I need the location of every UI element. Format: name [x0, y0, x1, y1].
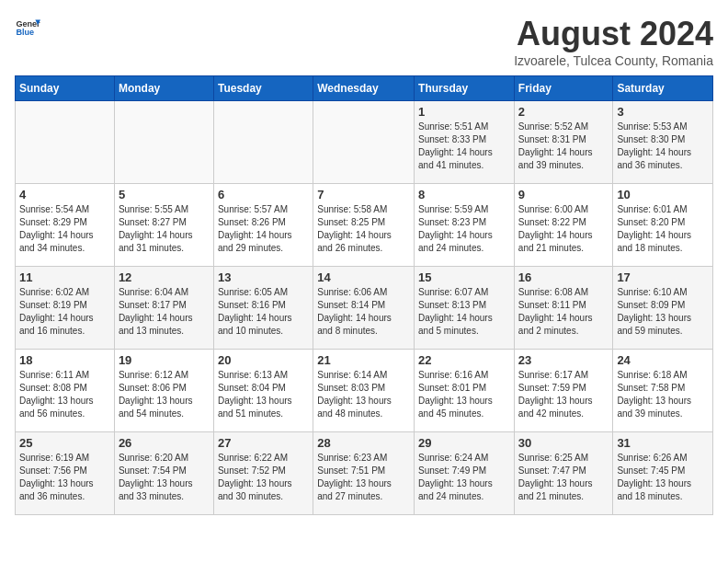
- day-number: 11: [19, 270, 110, 284]
- day-info: Sunrise: 5:57 AM Sunset: 8:26 PM Dayligh…: [218, 203, 309, 255]
- day-info: Sunrise: 5:54 AM Sunset: 8:29 PM Dayligh…: [19, 203, 110, 255]
- month-year-title: August 2024: [514, 15, 713, 53]
- day-info: Sunrise: 6:11 AM Sunset: 8:08 PM Dayligh…: [19, 369, 110, 420]
- svg-text:Blue: Blue: [16, 28, 34, 37]
- day-number: 18: [19, 353, 110, 367]
- day-header-tuesday: Tuesday: [213, 76, 313, 101]
- calendar-cell: 24Sunrise: 6:18 AM Sunset: 7:58 PM Dayli…: [613, 350, 713, 432]
- calendar-cell: 19Sunrise: 6:12 AM Sunset: 8:06 PM Dayli…: [114, 350, 213, 432]
- day-number: 25: [19, 436, 110, 450]
- calendar-cell: [313, 101, 415, 184]
- day-number: 28: [317, 436, 410, 450]
- day-number: 13: [218, 270, 309, 284]
- day-header-friday: Friday: [514, 76, 613, 101]
- day-info: Sunrise: 6:02 AM Sunset: 8:19 PM Dayligh…: [19, 286, 110, 338]
- day-header-wednesday: Wednesday: [313, 76, 415, 101]
- day-number: 24: [617, 353, 709, 367]
- day-number: 4: [19, 188, 110, 201]
- calendar-cell: 17Sunrise: 6:10 AM Sunset: 8:09 PM Dayli…: [613, 267, 713, 350]
- calendar-cell: 16Sunrise: 6:08 AM Sunset: 8:11 PM Dayli…: [514, 267, 613, 350]
- day-info: Sunrise: 6:26 AM Sunset: 7:45 PM Dayligh…: [617, 452, 709, 503]
- day-number: 29: [418, 436, 510, 450]
- day-info: Sunrise: 6:20 AM Sunset: 7:54 PM Dayligh…: [119, 452, 210, 503]
- calendar-week-5: 25Sunrise: 6:19 AM Sunset: 7:56 PM Dayli…: [16, 432, 713, 515]
- day-info: Sunrise: 5:59 AM Sunset: 8:23 PM Dayligh…: [418, 203, 510, 255]
- day-info: Sunrise: 6:13 AM Sunset: 8:04 PM Dayligh…: [218, 369, 309, 420]
- day-info: Sunrise: 5:51 AM Sunset: 8:33 PM Dayligh…: [418, 121, 510, 172]
- day-header-sunday: Sunday: [16, 76, 115, 101]
- day-info: Sunrise: 6:16 AM Sunset: 8:01 PM Dayligh…: [418, 369, 510, 420]
- day-number: 12: [119, 270, 210, 284]
- day-number: 27: [218, 436, 309, 450]
- day-number: 7: [317, 188, 410, 201]
- calendar-cell: 14Sunrise: 6:06 AM Sunset: 8:14 PM Dayli…: [313, 267, 415, 350]
- calendar-cell: 30Sunrise: 6:25 AM Sunset: 7:47 PM Dayli…: [514, 432, 613, 515]
- day-info: Sunrise: 6:07 AM Sunset: 8:13 PM Dayligh…: [418, 286, 510, 338]
- calendar-cell: 29Sunrise: 6:24 AM Sunset: 7:49 PM Dayli…: [415, 432, 515, 515]
- day-info: Sunrise: 6:24 AM Sunset: 7:49 PM Dayligh…: [418, 452, 510, 503]
- day-number: 6: [218, 188, 309, 201]
- day-number: 23: [518, 353, 609, 367]
- calendar-cell: 27Sunrise: 6:22 AM Sunset: 7:52 PM Dayli…: [213, 432, 313, 515]
- title-section: August 2024 Izvoarele, Tulcea County, Ro…: [514, 15, 713, 68]
- day-number: 8: [418, 188, 510, 201]
- day-number: 5: [119, 188, 210, 201]
- logo-icon: General Blue: [15, 15, 40, 40]
- calendar-cell: 23Sunrise: 6:17 AM Sunset: 7:59 PM Dayli…: [514, 350, 613, 432]
- day-info: Sunrise: 6:19 AM Sunset: 7:56 PM Dayligh…: [19, 452, 110, 503]
- day-number: 3: [617, 105, 709, 119]
- day-number: 31: [617, 436, 709, 450]
- day-number: 21: [317, 353, 410, 367]
- calendar-cell: 15Sunrise: 6:07 AM Sunset: 8:13 PM Dayli…: [415, 267, 515, 350]
- day-number: 20: [218, 353, 309, 367]
- day-info: Sunrise: 6:22 AM Sunset: 7:52 PM Dayligh…: [218, 452, 309, 503]
- location-subtitle: Izvoarele, Tulcea County, Romania: [514, 53, 713, 68]
- day-number: 30: [518, 436, 609, 450]
- calendar-cell: 8Sunrise: 5:59 AM Sunset: 8:23 PM Daylig…: [415, 184, 515, 267]
- logo: General Blue: [15, 15, 40, 40]
- day-info: Sunrise: 6:14 AM Sunset: 8:03 PM Dayligh…: [317, 369, 410, 420]
- calendar-cell: 2Sunrise: 5:52 AM Sunset: 8:31 PM Daylig…: [514, 101, 613, 184]
- day-info: Sunrise: 5:53 AM Sunset: 8:30 PM Dayligh…: [617, 121, 709, 172]
- calendar-cell: 4Sunrise: 5:54 AM Sunset: 8:29 PM Daylig…: [16, 184, 115, 267]
- day-number: 22: [418, 353, 510, 367]
- calendar-cell: 6Sunrise: 5:57 AM Sunset: 8:26 PM Daylig…: [213, 184, 313, 267]
- day-info: Sunrise: 6:25 AM Sunset: 7:47 PM Dayligh…: [518, 452, 609, 503]
- calendar-cell: 7Sunrise: 5:58 AM Sunset: 8:25 PM Daylig…: [313, 184, 415, 267]
- calendar-cell: 18Sunrise: 6:11 AM Sunset: 8:08 PM Dayli…: [16, 350, 115, 432]
- calendar-cell: 20Sunrise: 6:13 AM Sunset: 8:04 PM Dayli…: [213, 350, 313, 432]
- calendar-cell: 26Sunrise: 6:20 AM Sunset: 7:54 PM Dayli…: [114, 432, 213, 515]
- day-header-saturday: Saturday: [613, 76, 713, 101]
- day-info: Sunrise: 6:23 AM Sunset: 7:51 PM Dayligh…: [317, 452, 410, 503]
- calendar-cell: 3Sunrise: 5:53 AM Sunset: 8:30 PM Daylig…: [613, 101, 713, 184]
- day-info: Sunrise: 6:05 AM Sunset: 8:16 PM Dayligh…: [218, 286, 309, 338]
- header: General Blue August 2024 Izvoarele, Tulc…: [15, 15, 713, 68]
- calendar-cell: 31Sunrise: 6:26 AM Sunset: 7:45 PM Dayli…: [613, 432, 713, 515]
- calendar-cell: 25Sunrise: 6:19 AM Sunset: 7:56 PM Dayli…: [16, 432, 115, 515]
- day-info: Sunrise: 6:08 AM Sunset: 8:11 PM Dayligh…: [518, 286, 609, 338]
- day-number: 9: [518, 188, 609, 201]
- calendar-header-row: SundayMondayTuesdayWednesdayThursdayFrid…: [16, 76, 713, 101]
- day-number: 10: [617, 188, 709, 201]
- day-info: Sunrise: 5:52 AM Sunset: 8:31 PM Dayligh…: [518, 121, 609, 172]
- day-info: Sunrise: 6:10 AM Sunset: 8:09 PM Dayligh…: [617, 286, 709, 338]
- day-info: Sunrise: 6:00 AM Sunset: 8:22 PM Dayligh…: [518, 203, 609, 255]
- calendar-cell: [213, 101, 313, 184]
- calendar-cell: 28Sunrise: 6:23 AM Sunset: 7:51 PM Dayli…: [313, 432, 415, 515]
- calendar-cell: 11Sunrise: 6:02 AM Sunset: 8:19 PM Dayli…: [16, 267, 115, 350]
- day-info: Sunrise: 6:17 AM Sunset: 7:59 PM Dayligh…: [518, 369, 609, 420]
- day-info: Sunrise: 6:01 AM Sunset: 8:20 PM Dayligh…: [617, 203, 709, 255]
- calendar-cell: 21Sunrise: 6:14 AM Sunset: 8:03 PM Dayli…: [313, 350, 415, 432]
- calendar-cell: 5Sunrise: 5:55 AM Sunset: 8:27 PM Daylig…: [114, 184, 213, 267]
- day-number: 1: [418, 105, 510, 119]
- calendar-cell: 9Sunrise: 6:00 AM Sunset: 8:22 PM Daylig…: [514, 184, 613, 267]
- calendar-week-4: 18Sunrise: 6:11 AM Sunset: 8:08 PM Dayli…: [16, 350, 713, 432]
- day-number: 16: [518, 270, 609, 284]
- calendar-cell: [114, 101, 213, 184]
- day-info: Sunrise: 6:06 AM Sunset: 8:14 PM Dayligh…: [317, 286, 410, 338]
- day-info: Sunrise: 6:18 AM Sunset: 7:58 PM Dayligh…: [617, 369, 709, 420]
- day-number: 2: [518, 105, 609, 119]
- day-header-thursday: Thursday: [415, 76, 515, 101]
- day-number: 17: [617, 270, 709, 284]
- calendar-week-2: 4Sunrise: 5:54 AM Sunset: 8:29 PM Daylig…: [16, 184, 713, 267]
